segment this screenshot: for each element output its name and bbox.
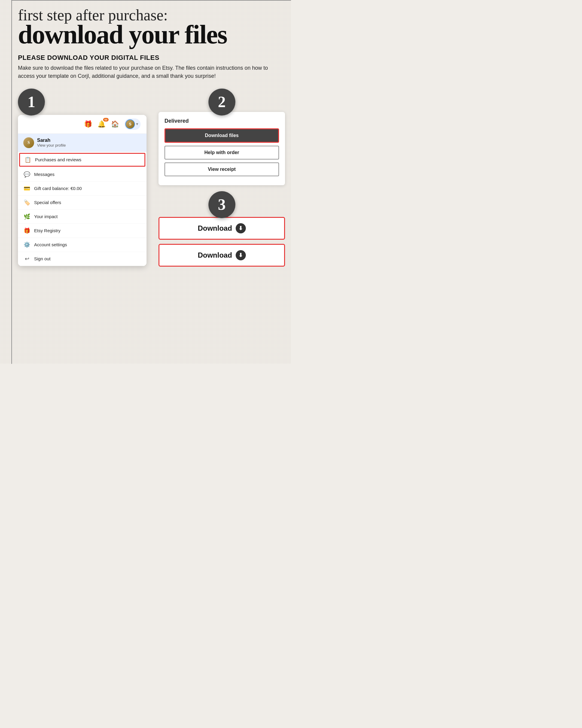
messages-label: Messages (34, 172, 54, 177)
view-receipt-button[interactable]: View receipt (164, 162, 279, 176)
gift-icon: 🎁 (84, 120, 92, 128)
specialoffers-menu-item[interactable]: 🏷️ Special offers (18, 196, 147, 210)
avatar-wrapper[interactable]: S ▾ (125, 119, 140, 130)
order-panel: Delivered Download files Help with order… (159, 112, 285, 185)
step3-circle-wrap: 3 (159, 191, 285, 215)
giftcard-icon: 💳 (23, 185, 30, 192)
purchases-icon: 📋 (24, 156, 31, 163)
step2-circle: 2 (208, 88, 235, 115)
specialoffers-icon: 🏷️ (23, 199, 30, 206)
etsy-mockup: 🎁 🔔 50 🏠 S ▾ S (18, 115, 147, 266)
etsy-topbar: 🎁 🔔 50 🏠 S ▾ (18, 115, 147, 134)
subtitle-heading: PLEASE DOWNLOAD YOUR DIGITAL FILES (18, 54, 275, 62)
download-icon-2: ⬇ (236, 250, 246, 260)
step3-wrapper: 3 Download ⬇ Download ⬇ (159, 191, 285, 267)
purchases-menu-item[interactable]: 📋 Purchases and reviews (19, 153, 146, 167)
giftcard-label: Gift card balance: €0.00 (34, 186, 82, 191)
signout-label: Sign out (34, 256, 51, 261)
settings-menu-item[interactable]: ⚙️ Account settings (18, 238, 147, 252)
impact-icon: 🌿 (23, 213, 30, 220)
notification-badge: 50 (103, 118, 109, 122)
download-button-2[interactable]: Download ⬇ (159, 244, 285, 267)
dropdown-menu: S Sarah View your profile 📋 Purchases an… (18, 134, 147, 266)
download-files-button[interactable]: Download files (164, 128, 279, 143)
specialoffers-label: Special offers (34, 200, 61, 205)
delivered-label: Delivered (164, 118, 279, 124)
signout-menu-item[interactable]: ↩ Sign out (18, 252, 147, 266)
profile-menu-item[interactable]: S Sarah View your profile (18, 134, 147, 152)
download-label-2: Download (198, 251, 232, 259)
download-label-1: Download (198, 224, 232, 233)
messages-menu-item[interactable]: 💬 Messages (18, 167, 147, 182)
impact-label: Your impact (34, 214, 58, 219)
purchases-label: Purchases and reviews (35, 157, 81, 162)
step2-wrapper: 2 Delivered Download files Help with ord… (159, 88, 285, 185)
registry-icon: 🎁 (23, 227, 30, 234)
registry-menu-item[interactable]: 🎁 Etsy Registry (18, 224, 147, 238)
step3-buttons-container: Download ⬇ Download ⬇ (159, 213, 285, 267)
messages-icon: 💬 (23, 171, 30, 178)
help-with-order-button[interactable]: Help with order (164, 146, 279, 159)
impact-menu-item[interactable]: 🌿 Your impact (18, 210, 147, 224)
download-icon-1: ⬇ (236, 223, 246, 233)
subtitle-section: PLEASE DOWNLOAD YOUR DIGITAL FILES Make … (18, 54, 275, 80)
settings-icon: ⚙️ (23, 241, 30, 248)
giftcard-menu-item[interactable]: 💳 Gift card balance: €0.00 (18, 182, 147, 196)
profile-sub: View your profile (37, 143, 66, 148)
profile-name: Sarah (37, 138, 66, 143)
subtitle-body: Make sure to download the files related … (18, 64, 275, 80)
step1-panel: 1 🎁 🔔 50 🏠 S ▾ (18, 88, 147, 266)
main-title: download your files (18, 22, 285, 47)
right-panels: 2 Delivered Download files Help with ord… (159, 88, 285, 271)
settings-label: Account settings (34, 242, 67, 247)
step1-circle: 1 (18, 88, 45, 115)
chevron-down-icon: ▾ (136, 122, 138, 127)
steps-container: 1 🎁 🔔 50 🏠 S ▾ (18, 88, 285, 271)
download-button-1[interactable]: Download ⬇ (159, 217, 285, 240)
cart-icon: 🏠 (111, 120, 119, 128)
step2-circle-wrap: 2 (159, 88, 285, 112)
notification-icon: 🔔 50 (98, 120, 106, 128)
profile-avatar: S (23, 137, 34, 148)
profile-info: Sarah View your profile (37, 138, 66, 148)
registry-label: Etsy Registry (34, 228, 60, 233)
avatar: S (125, 120, 135, 129)
signout-icon: ↩ (23, 256, 30, 262)
step1-header: 1 (18, 88, 147, 112)
step3-circle: 3 (208, 191, 235, 218)
